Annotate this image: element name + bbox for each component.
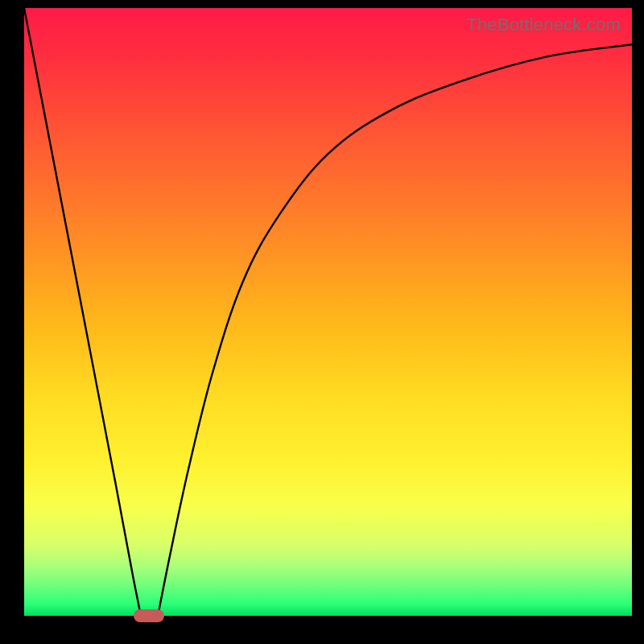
curve-layer bbox=[24, 8, 632, 616]
bottleneck-marker bbox=[134, 609, 164, 622]
right-branch-path bbox=[158, 44, 632, 616]
plot-area: TheBottleneck.com bbox=[24, 8, 632, 616]
left-branch-path bbox=[24, 8, 142, 616]
chart-frame: TheBottleneck.com bbox=[0, 0, 644, 644]
